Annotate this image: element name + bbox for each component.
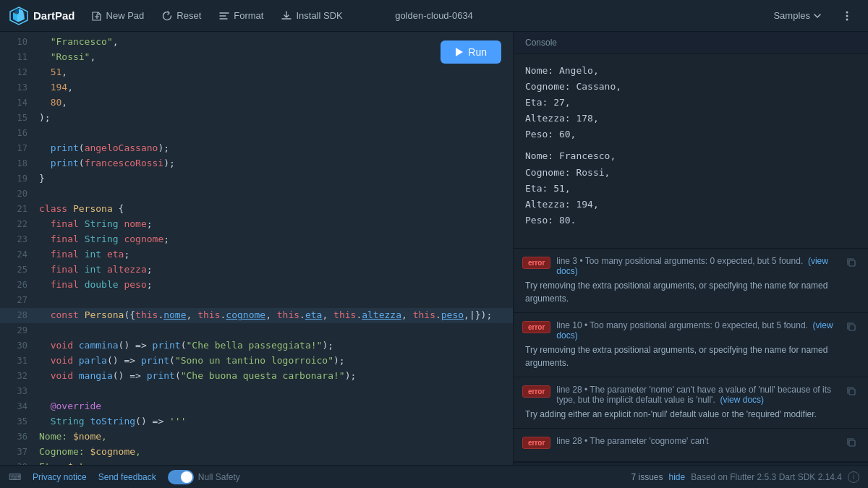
code-line-36: 36 Nome: $nome, — [0, 429, 513, 445]
copy-button-1[interactable] — [843, 256, 859, 271]
view-docs-3[interactable]: (view docs) — [720, 395, 764, 405]
error-description-3: Try adding either an explicit non-'null'… — [522, 408, 859, 421]
session-title: golden-cloud-0634 — [395, 10, 473, 21]
error-header-row-2: error line 10 • Too many positional argu… — [522, 320, 859, 341]
svg-rect-4 — [849, 325, 855, 330]
code-line-22: 22 final String nome; — [0, 217, 513, 232]
install-sdk-button[interactable]: Install SDK — [273, 6, 349, 26]
console-line: Nome: Angelo, — [525, 63, 856, 79]
keyboard-icon: ⌨ — [9, 472, 21, 482]
code-line-11: 11 "Rossi", — [0, 50, 513, 65]
error-header-row-4: error line 28 • The parameter 'cognome' … — [522, 436, 859, 451]
error-location-4: line 28 • The parameter 'cognome' can't — [556, 436, 838, 446]
more-dots-icon — [841, 9, 854, 22]
error-badge-3: error — [522, 385, 550, 398]
code-line-30: 30 void cammina() => print("Che bella pa… — [0, 338, 513, 354]
copy-button-4[interactable] — [843, 436, 859, 451]
format-icon — [218, 10, 230, 22]
error-item-3: error line 28 • The parameter 'nome' can… — [514, 377, 868, 429]
svg-rect-5 — [849, 389, 855, 395]
code-line-19: 19 } — [0, 171, 513, 187]
svg-rect-6 — [849, 440, 855, 446]
sdk-info: Based on Flutter 2.5.3 Dart SDK 2.14.4 — [691, 472, 842, 482]
dart-logo-icon — [9, 6, 29, 26]
svg-point-0 — [846, 11, 848, 13]
app-footer: ⌨ Privacy notice Send feedback Null Safe… — [0, 465, 868, 488]
feedback-label: Send feedback — [98, 472, 156, 482]
copy-icon-4 — [846, 437, 856, 448]
error-badge-4: error — [522, 437, 550, 449]
code-line-24: 24 final int eta; — [0, 247, 513, 262]
error-header-row-1: error line 3 • Too many positional argum… — [522, 256, 859, 276]
editor-panel: Run 10 "Francesco", 11 "Rossi", 12 51, 1… — [0, 32, 514, 465]
view-docs-1[interactable]: (view docs) — [556, 256, 828, 276]
copy-icon-3 — [846, 386, 856, 396]
error-badge-1: error — [522, 257, 550, 269]
error-location-1: line 3 • Too many positional arguments: … — [556, 256, 838, 276]
svg-rect-3 — [849, 260, 855, 266]
run-label: Run — [468, 46, 487, 58]
copy-icon-1 — [846, 257, 856, 267]
copy-button-3[interactable] — [843, 385, 859, 400]
new-pad-icon — [91, 10, 103, 22]
code-line-38: 38 Eta: $eta, — [0, 460, 513, 465]
console-section: Console Nome: Angelo, Cognome: Cassano, … — [514, 32, 868, 249]
code-line-32: 32 void mangia() => print("Che buona que… — [0, 369, 513, 384]
null-safety-switch[interactable] — [168, 470, 194, 484]
console-line: Eta: 27, — [525, 95, 856, 111]
error-item-4: error line 28 • The parameter 'cognome' … — [514, 429, 868, 462]
more-options-button[interactable] — [835, 5, 859, 27]
code-line-14: 14 80, — [0, 95, 513, 111]
code-line-34: 34 @override — [0, 399, 513, 414]
console-line: Altezza: 178, — [525, 111, 856, 127]
code-line-21: 21 class Persona { — [0, 202, 513, 217]
console-line: Peso: 60, — [525, 127, 856, 142]
code-line-23: 23 final String cognome; — [0, 232, 513, 247]
code-line-33: 33 — [0, 384, 513, 399]
logo-area: DartPad — [9, 6, 75, 26]
error-location-3: line 28 • The parameter 'nome' can't hav… — [556, 385, 838, 405]
code-line-17: 17 print(angeloCassano); — [0, 141, 513, 156]
hide-button[interactable]: hide — [669, 472, 686, 482]
code-line-10: 10 "Francesco", — [0, 35, 513, 50]
errors-section: error line 3 • Too many positional argum… — [514, 249, 868, 465]
run-button[interactable]: Run — [441, 40, 501, 64]
null-safety-toggle[interactable]: Null Safety — [168, 470, 240, 484]
console-line: Eta: 51, — [525, 181, 856, 197]
svg-point-2 — [846, 18, 848, 20]
copy-button-2[interactable] — [843, 320, 859, 335]
play-icon — [455, 47, 464, 57]
console-group-1: Nome: Angelo, Cognome: Cassano, Eta: 27,… — [525, 63, 856, 142]
code-line-16: 16 — [0, 126, 513, 141]
privacy-label: Privacy notice — [33, 472, 87, 482]
console-line: Peso: 80. — [525, 213, 856, 228]
info-icon[interactable]: i — [848, 471, 859, 483]
console-line: Cognome: Rossi, — [525, 165, 856, 181]
format-button[interactable]: Format — [211, 6, 271, 26]
samples-button[interactable]: Samples — [765, 6, 830, 25]
code-editor[interactable]: 10 "Francesco", 11 "Rossi", 12 51, 13 19… — [0, 32, 513, 465]
brand-name: DartPad — [33, 9, 75, 22]
format-label: Format — [234, 10, 263, 21]
code-line-18: 18 print(francescoRossi); — [0, 156, 513, 171]
console-output: Nome: Angelo, Cognome: Cassano, Eta: 27,… — [514, 54, 868, 248]
right-panel: Console Nome: Angelo, Cognome: Cassano, … — [514, 32, 868, 465]
console-line: Nome: Francesco, — [525, 148, 856, 164]
console-header: Console — [514, 32, 868, 54]
code-line-15: 15 ); — [0, 111, 513, 126]
reset-button[interactable]: Reset — [154, 6, 208, 26]
reset-label: Reset — [176, 10, 201, 21]
privacy-notice-link[interactable]: Privacy notice — [33, 472, 87, 482]
samples-label: Samples — [773, 10, 810, 21]
null-safety-label: Null Safety — [198, 472, 240, 482]
view-docs-2[interactable]: (view docs) — [556, 320, 833, 341]
error-item-2: error line 10 • Too many positional argu… — [514, 313, 868, 377]
install-sdk-icon — [281, 10, 292, 22]
chevron-down-icon — [813, 12, 822, 20]
send-feedback-link[interactable]: Send feedback — [98, 472, 156, 482]
new-pad-button[interactable]: New Pad — [84, 6, 152, 26]
console-group-2: Nome: Francesco, Cognome: Rossi, Eta: 51… — [525, 148, 856, 228]
new-pad-label: New Pad — [106, 10, 145, 21]
issues-count: 7 issues — [631, 472, 663, 482]
code-line-12: 12 51, — [0, 65, 513, 80]
